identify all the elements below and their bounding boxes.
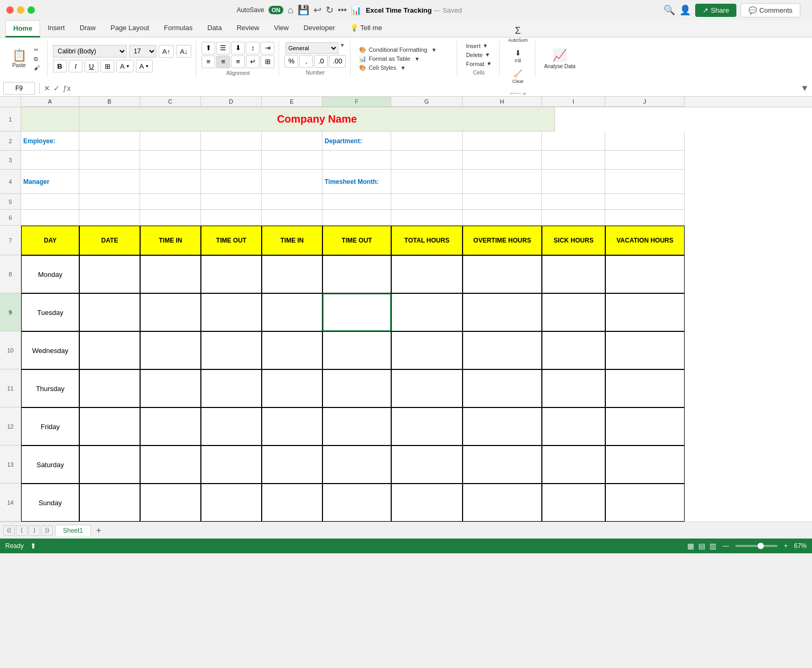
cell-wednesday-total[interactable] [391,331,463,369]
border-button[interactable]: ⊞ [100,60,114,72]
cell-d5[interactable] [201,194,262,210]
sheet-nav-next[interactable]: ⟩ [29,525,40,536]
cell-monday-sick[interactable] [542,255,605,293]
cell-tuesday-timein1[interactable] [140,293,201,331]
cell-thursday-day[interactable]: Thursday [21,369,79,407]
cell-h6[interactable] [463,210,542,226]
cell-i2[interactable] [542,132,605,151]
cell-tuesday-vacation[interactable] [605,293,685,331]
cell-e5[interactable] [262,194,322,210]
tab-formulas[interactable]: Formulas [156,20,200,37]
cell-sunday-vacation[interactable] [605,484,685,522]
cell-e6[interactable] [262,210,322,226]
decrease-decimal-button[interactable]: .0 [314,55,328,68]
tab-home[interactable]: Home [5,20,40,38]
cell-h4[interactable] [463,170,542,194]
tab-page-layout[interactable]: Page Layout [103,20,156,37]
cancel-formula-icon[interactable]: ✕ [44,84,50,92]
close-button[interactable] [6,6,14,14]
cell-a6[interactable] [21,210,79,226]
cell-thursday-timeout2[interactable] [322,369,391,407]
italic-button[interactable]: I [69,60,82,72]
cell-wednesday-day[interactable]: Wednesday [21,331,79,369]
cell-monday-vacation[interactable] [605,255,685,293]
add-sheet-button[interactable]: + [93,526,104,535]
sheet-nav-prev[interactable]: ⟨ [16,525,27,536]
cell-saturday-timein2[interactable] [262,446,322,484]
cell-sunday-date[interactable] [79,484,140,522]
cell-a4[interactable]: Manager [21,170,79,194]
cell-wednesday-vacation[interactable] [605,331,685,369]
cell-saturday-total[interactable] [391,446,463,484]
cell-friday-sick[interactable] [542,407,605,446]
font-size-select[interactable]: 17 [129,45,156,58]
cell-friday-vacation[interactable] [605,407,685,446]
more-icon[interactable]: ••• [338,5,347,15]
cell-f4[interactable]: Timesheet Month: [322,170,391,194]
cell-f5[interactable] [322,194,391,210]
cell-d3[interactable] [201,151,262,170]
cell-monday-overtime[interactable] [463,255,542,293]
cell-monday-date[interactable] [79,255,140,293]
cell-styles-button[interactable]: 🎨 Cell Styles ▼ [356,64,409,72]
undo-icon[interactable]: ↩ [313,4,321,16]
col-header-d[interactable]: D [201,97,262,107]
cell-h5[interactable] [463,194,542,210]
insert-cells-button[interactable]: Insert ▼ [463,42,495,50]
col-header-a[interactable]: A [21,97,79,107]
cell-f3[interactable] [322,151,391,170]
cell-c2[interactable] [140,132,201,151]
cell-d6[interactable] [201,210,262,226]
insert-function-icon[interactable]: ƒx [63,84,71,92]
cell-h2[interactable] [463,132,542,151]
cell-monday-total[interactable] [391,255,463,293]
cell-d2[interactable] [201,132,262,151]
cell-thursday-sick[interactable] [542,369,605,407]
cell-c6[interactable] [140,210,201,226]
account-icon[interactable]: 👤 [679,4,691,16]
tab-view[interactable]: View [266,20,296,37]
cell-thursday-date[interactable] [79,369,140,407]
text-direction-button[interactable]: ↕ [246,42,260,54]
cell-saturday-date[interactable] [79,446,140,484]
cell-b1-merged[interactable]: Company Name [79,107,555,132]
cell-tuesday-day[interactable]: Tuesday [21,293,79,331]
cell-sunday-sick[interactable] [542,484,605,522]
cell-sunday-timeout2[interactable] [322,484,391,522]
col-header-b[interactable]: B [79,97,140,107]
comma-button[interactable]: , [299,55,313,68]
cell-j6[interactable] [605,210,685,226]
cell-a3[interactable] [21,151,79,170]
cell-i3[interactable] [542,151,605,170]
cell-j2[interactable] [605,132,685,151]
home-icon[interactable]: ⌂ [288,5,293,16]
sheet-tab-sheet1[interactable]: Sheet1 [55,525,91,536]
align-middle-button[interactable]: ☰ [216,42,230,54]
align-left-button[interactable]: ≡ [201,55,215,68]
tab-data[interactable]: Data [200,20,229,37]
cell-saturday-timein1[interactable] [140,446,201,484]
cell-tuesday-timeout2[interactable] [322,293,391,331]
confirm-formula-icon[interactable]: ✓ [53,84,60,92]
cell-wednesday-sick[interactable] [542,331,605,369]
cell-monday-timein2[interactable] [262,255,322,293]
search-icon[interactable]: 🔍 [663,4,675,16]
align-bottom-button[interactable]: ⬇ [231,42,245,54]
cell-tuesday-timein2[interactable] [262,293,322,331]
tab-tell-me[interactable]: 💡 Tell me [343,20,390,37]
fill-color-button[interactable]: A ▼ [116,60,134,72]
cell-thursday-overtime[interactable] [463,369,542,407]
cell-thursday-vacation[interactable] [605,369,685,407]
wrap-text-button[interactable]: ↵ [246,55,260,68]
cell-friday-day[interactable]: Friday [21,407,79,446]
copy-button[interactable]: ⧉ [31,55,43,63]
cell-wednesday-timein2[interactable] [262,331,322,369]
cell-a5[interactable] [21,194,79,210]
cell-reference[interactable]: F9 [3,82,35,95]
cell-wednesday-overtime[interactable] [463,331,542,369]
merge-cells-button[interactable]: ⊞ [261,55,274,68]
cell-j3[interactable] [605,151,685,170]
conditional-formatting-button[interactable]: 🎨 Conditional Formatting ▼ [356,46,440,54]
cell-tuesday-timeout1[interactable] [201,293,262,331]
cell-saturday-overtime[interactable] [463,446,542,484]
